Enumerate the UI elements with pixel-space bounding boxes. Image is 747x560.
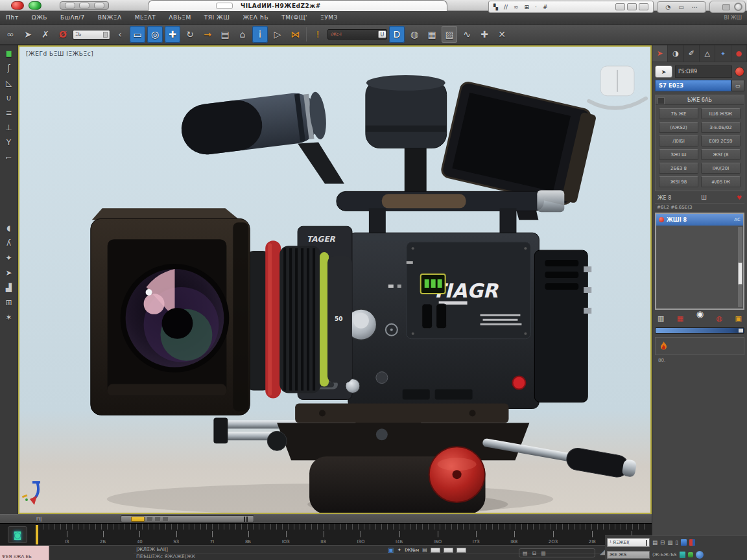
next-frame-icon[interactable]: ▥ [667,539,672,546]
close-window-button[interactable] [11,1,24,10]
subwindow-scrollbar[interactable] [738,227,742,307]
render-setup-icon[interactable]: ▦ [424,26,440,43]
left-tool-icon[interactable]: ➤ [5,268,12,278]
object-type-button[interactable]: ЖЅІ 98 [659,176,698,187]
add-icon[interactable]: ✚ [477,26,492,43]
window-blue-icon[interactable]: ▣ [388,546,394,554]
object-type-button[interactable]: (АЖЅ2) [659,122,698,133]
tab-hierarchy[interactable]: ✐ [684,45,700,62]
list-view-icon[interactable]: ▥ [658,314,664,323]
tab-utilities[interactable]: ● [731,45,747,62]
tab-motion[interactable]: △ [700,45,715,62]
segment-button[interactable] [65,3,75,8]
left-tool-icon[interactable]: ✦ [5,253,12,263]
menu-item[interactable]: ΞУΜЗ [320,14,338,21]
selection-filter-field[interactable]: ΞЬ [73,30,110,40]
document-icon[interactable]: D [389,26,405,43]
segment-button[interactable] [94,3,104,8]
coordinate-y-field[interactable] [444,548,453,553]
subwindow-titlebar[interactable]: ЖШІ 8 АС [656,214,743,226]
time-config-field[interactable]: ЖЕ ЖЅ [607,551,650,559]
flame-preset-button[interactable] [655,337,744,355]
link-icon[interactable]: ∞ [3,26,18,43]
menu-item[interactable]: ТΜ(ФЩ' [281,14,307,21]
viewport-canvas[interactable]: TAGER TIAGR [19,47,650,513]
left-tool-icon[interactable]: ▆ [6,48,12,58]
curve-icon[interactable]: ‹ [112,26,128,43]
left-tool-icon[interactable]: ◖ [6,223,10,233]
time-slider-handle[interactable] [131,517,145,522]
move-tool-icon[interactable]: ✚ [165,26,180,43]
maximize-viewport-icon[interactable] [696,551,704,559]
sphere-region-icon[interactable]: ◎ [147,26,163,43]
left-tool-icon[interactable]: ◺ [6,78,12,88]
object-color-swatch[interactable] [735,67,744,76]
render-frame-icon[interactable]: ▨ [442,26,457,43]
print-icon[interactable]: ▤ [217,26,233,43]
camera-tool-icon[interactable]: ▤ [523,550,528,556]
object-type-button[interactable]: ЗЖІ Ш [659,149,698,160]
menu-item[interactable]: ΜĿΞΛΤ [135,14,156,21]
maximize-window-button[interactable] [29,1,42,10]
category-dropdown-button[interactable]: ▭ [731,80,744,91]
play-icon[interactable]: ▯ [675,539,678,546]
dropdown-caret-icon[interactable] [103,32,108,38]
left-tool-icon[interactable]: ʎ [6,238,11,248]
object-type-rollout-title[interactable]: ҌЖЕ 6ΑЬ [656,95,744,105]
angle-snap-icon[interactable]: ▷ [270,26,285,43]
more-icon[interactable]: ⋯ [692,4,698,10]
left-tool-icon[interactable]: ⊥ [5,122,12,133]
home-icon[interactable]: ⌂ [235,26,250,43]
script-listener[interactable]: ѰЕЯ ΞЖΛ ЕЬ [0,546,49,560]
wave-icon[interactable]: ≈ [514,4,519,10]
no-scale-icon[interactable]: ✕ [494,26,510,43]
object-type-button[interactable]: ІЖ/(20І [701,163,741,174]
mirror-icon[interactable]: ⋈ [287,26,303,43]
material-editor-icon[interactable]: ◍ [407,26,422,43]
object-type-button[interactable]: ІШ6 ЖЅЖ [701,108,741,119]
left-tool-icon[interactable]: ✶ [5,312,12,323]
selection-set-button[interactable]: U [378,30,386,38]
object-type-button[interactable]: Е0І9 2СЅ9 [701,135,741,146]
object-type-button[interactable]: #/0Ѕ ІЖ [701,176,741,187]
object-name-field[interactable]: І'Ѕ:ΩЯ9 [675,65,732,78]
menu-item[interactable]: ΛΒЬΞΜ [169,14,191,21]
left-tool-icon[interactable]: Y [6,137,11,148]
category-dropdown[interactable]: Ѕ7 Е0ΞЗ [655,80,731,91]
favorite-icon[interactable]: ♥ [737,194,742,201]
segment-button[interactable] [79,3,89,8]
layers-icon[interactable]: ▚ [493,4,498,10]
menu-item[interactable]: ТЯІ ЖШ [204,14,230,21]
parameters-rollout-title[interactable]: #6І.2 #6.6ЅЕ(З [655,203,744,211]
viewport[interactable]: [ЖЕГd ЬΞШ ІΞЖЬΞс] [18,45,652,514]
menu-item[interactable]: ЖЕΛ ħЬ [243,14,268,21]
grid-toggle-icon[interactable]: ▤ [422,547,427,553]
tab-display[interactable]: ✦ [715,45,731,62]
horizontal-scrollbar[interactable] [655,327,744,334]
select-object-icon[interactable]: ➤ [20,26,36,43]
tab-modify[interactable]: ◑ [668,45,683,62]
left-tool-icon[interactable]: ⊞ [5,298,12,308]
pause-icon[interactable] [680,552,685,558]
document-tab[interactable]: ЧІLАdИИ-Н9ЖЕdΖ2ж# [148,0,447,11]
viewport-label[interactable]: [ЖЕГd ЬΞШ ІΞЖЬΞс] [26,51,93,57]
scrollbar-handle[interactable] [738,262,742,285]
pick-icon[interactable]: ◉ [696,309,704,319]
window-segmented-control[interactable] [60,1,109,10]
object-type-button[interactable]: 2Б6З 8 [659,163,698,174]
panel-tool-icon[interactable]: ⊟ [532,550,537,556]
list-tool-icon[interactable]: ▥ [541,550,546,556]
menu-item[interactable]: ΩЖЬ [32,14,47,21]
prev-frame-icon[interactable]: ⊟ [660,539,665,546]
delete-icon[interactable]: ▦ [677,314,683,323]
curve-editor-icon[interactable]: ∿ [459,26,475,43]
set-key-button[interactable]: ◙ [8,526,27,543]
undo-icon[interactable]: Ø [55,26,71,43]
named-selection-dropdown[interactable]: ıЖс-І U [327,29,387,40]
yellow-box-icon[interactable]: ▣ [735,314,742,323]
left-tool-icon[interactable]: ∪ [6,93,12,103]
select-crossing-icon[interactable]: ✗ [38,26,53,43]
search-icon[interactable] [734,3,742,11]
frame-ruler[interactable]: ІЗ2Б40ЅЗ7І8БІОЗІІ8ІЗОІ4БІБОІ7ЗІ882ОЗ2І82… [43,524,649,546]
clock-icon[interactable]: ◔ [665,4,670,10]
